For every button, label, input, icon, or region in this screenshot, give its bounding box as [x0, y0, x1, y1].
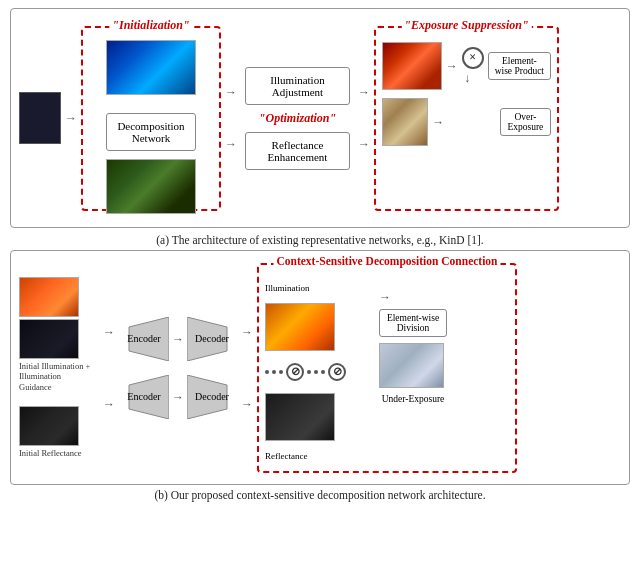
arrow-b6: → [241, 398, 253, 410]
encoder-2: Encoder [119, 375, 169, 419]
decomp-network-box: DecompositionNetwork [106, 113, 196, 151]
arrow-3: → [225, 138, 237, 150]
arrow-1: → [65, 112, 77, 124]
illum-img-group: Initial Illumination + Illumination Guid… [19, 277, 94, 392]
left-images: Initial Illumination + Illumination Guid… [19, 277, 99, 458]
green-thumbnail [106, 159, 196, 214]
decomp-label: DecompositionNetwork [117, 120, 184, 144]
encoder-1: Encoder [119, 317, 169, 361]
reflect-enh-label: Reflectance Enhancement [268, 139, 328, 163]
arrow-6: → [446, 60, 458, 72]
optim-label: "Optimization" [245, 111, 350, 126]
diagram-b: Initial Illumination + Illumination Guid… [10, 250, 630, 485]
context-right: → Element-wise Division Under-Exposure [379, 275, 447, 467]
caption-a: (a) The architecture of existing represe… [10, 234, 630, 246]
decoder-1-label: Decoder [195, 333, 229, 344]
multiply-symbol: × [462, 47, 484, 69]
bookshelf-thumbnail [382, 98, 428, 146]
reflect-img-group: Initial Reflectance [19, 406, 82, 458]
divide-symbol-2: ⊘ [328, 363, 346, 381]
enc-dec-row-1: Encoder → Decoder [119, 317, 237, 361]
diagram-a: → "Initialization" DecompositionNetwork [10, 8, 630, 228]
element-wise-box: Element-wise Product [488, 52, 551, 80]
arrow-b1: → [103, 326, 115, 338]
arrow-2: → [225, 86, 237, 98]
reflect-thumbnail [19, 406, 79, 446]
input-dark-image [19, 92, 61, 144]
enc-dec-group: Encoder → Decoder [119, 317, 237, 419]
illum-flow-label: Illumination [265, 283, 375, 293]
context-label: Context-Sensitive Decomposition Connecti… [273, 255, 500, 267]
encoder-2-label: Encoder [127, 391, 160, 402]
arrow-b3: → [172, 333, 184, 345]
arrow-4: → [358, 86, 370, 98]
arrow-b7: → [379, 291, 447, 303]
warm-thumbnail [382, 42, 442, 90]
decoder-2-label: Decoder [195, 391, 229, 402]
context-left: Illumination ⊘ [265, 275, 375, 467]
middle-section: Illumination Adjustment "Optimization" R… [245, 67, 350, 170]
decoder-1: Decoder [187, 317, 237, 361]
init-label: "Initialization" [109, 18, 192, 33]
exposure-box: "Exposure Suppression" → × → Elemen [374, 26, 559, 211]
under-exposure-label: Under-Exposure [379, 394, 447, 404]
divide-symbol-1: ⊘ [286, 363, 304, 381]
dark-input-thumbnail [19, 319, 79, 359]
light-shelf-thumbnail [379, 343, 444, 388]
element-div-label: Element-wise Division [387, 313, 439, 333]
over-exposure-label: Over-Exposure [507, 112, 543, 132]
encoder-1-label: Encoder [127, 333, 160, 344]
initialization-box: "Initialization" DecompositionNetwork [81, 26, 221, 211]
arrow-8: → [432, 116, 444, 128]
dot-line-1: ⊘ ⊘ [265, 363, 375, 381]
warm-output-thumbnail [265, 303, 335, 351]
illum-adj-label: Illumination Adjustment [270, 74, 324, 98]
reflect-enh-box: Reflectance Enhancement [245, 132, 350, 170]
arrow-b2: → [103, 398, 115, 410]
arrow-b4: → [172, 391, 184, 403]
element-wise-label: Element-wise Product [495, 56, 544, 76]
enc-dec-row-2: Encoder → Decoder [119, 375, 237, 419]
illum-adj-box: Illumination Adjustment [245, 67, 350, 105]
dark-shelf-thumbnail [265, 393, 335, 441]
caption-b: (b) Our proposed context-sensitive decom… [10, 489, 630, 501]
over-exposure-box: Over-Exposure [500, 108, 551, 136]
orange-thumbnail [19, 277, 79, 317]
arrow-5: → [358, 138, 370, 150]
context-box: Context-Sensitive Decomposition Connecti… [257, 263, 517, 473]
illum-img-label: Initial Illumination + Illumination Guid… [19, 361, 94, 392]
reflect-img-label: Initial Reflectance [19, 448, 82, 458]
decoder-2: Decoder [187, 375, 237, 419]
exposure-label: "Exposure Suppression" [401, 18, 531, 33]
element-div-box: Element-wise Division [379, 309, 447, 337]
blue-thumbnail [106, 40, 196, 95]
reflect-flow-label: Reflectance [265, 451, 375, 461]
arrow-b5: → [241, 326, 253, 338]
arrow-7: → [462, 73, 474, 85]
